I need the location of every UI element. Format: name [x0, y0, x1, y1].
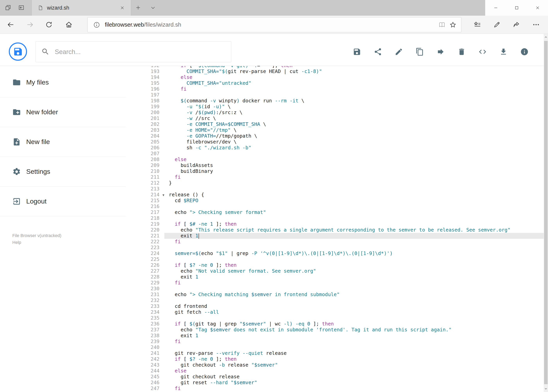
code-line-text: if [ $? -ne 0 ]; then — [164, 262, 544, 268]
code-line-text — [164, 92, 544, 98]
minimize-icon — [494, 6, 498, 10]
code-line: 220 echo "This release script requires a… — [142, 227, 544, 233]
line-number: 234 — [142, 309, 164, 315]
code-line: 207 — [142, 151, 544, 157]
sidebar-item-logout[interactable]: Logout — [0, 187, 126, 216]
code-line-text — [164, 215, 544, 221]
code-line-text: fi — [164, 239, 544, 245]
code-line: 225 — [142, 256, 544, 262]
code-line-text: echo "Tag $semver does not exist in subm… — [164, 327, 544, 333]
share-file-button[interactable] — [374, 48, 382, 56]
scrollbar-thumb[interactable] — [544, 41, 548, 384]
line-number: 205 — [142, 139, 164, 145]
help-link[interactable]: Help — [12, 239, 62, 246]
copy-button[interactable] — [416, 48, 424, 56]
forward-button[interactable] — [24, 16, 36, 34]
reading-view-icon — [438, 21, 446, 29]
code-line-text: git reset --hard "$semver" — [164, 380, 544, 385]
code-line: 201 -w //src \ — [142, 115, 544, 121]
code-line: 216 — [142, 203, 544, 210]
line-number: 195 — [142, 80, 164, 86]
sidebar-item-label: Settings — [26, 168, 50, 175]
folder-icon — [12, 78, 21, 87]
page-scrollbar[interactable] — [544, 34, 548, 392]
code-line: 227 echo "Not valid semver format. See s… — [142, 268, 544, 274]
delete-button[interactable] — [458, 48, 466, 56]
share-button[interactable] — [511, 19, 522, 30]
search-input[interactable] — [54, 42, 227, 62]
code-line: 208 else — [142, 157, 544, 162]
code-line-text: echo "Not valid semver format. See semve… — [164, 268, 544, 274]
line-number: 223 — [142, 245, 164, 251]
scroll-down-button[interactable] — [544, 385, 548, 392]
more-options-button[interactable] — [530, 19, 542, 30]
address-bar[interactable]: filebrowser.web/files/wizard.sh — [87, 17, 461, 32]
code-line: 229 fi — [142, 280, 544, 286]
code-line-text: fi — [164, 339, 544, 344]
rename-button[interactable] — [395, 48, 403, 56]
code-line: 223 — [142, 245, 544, 251]
maximize-button[interactable] — [506, 0, 527, 16]
save-button[interactable] — [353, 48, 361, 56]
minimize-button[interactable] — [485, 0, 506, 16]
restore-tabs-icon — [18, 4, 25, 12]
tab-close-button[interactable] — [118, 4, 126, 12]
set-tabs-aside-button[interactable] — [2, 0, 14, 16]
favorites-hub-button[interactable] — [472, 19, 483, 30]
line-number: 200 — [142, 110, 164, 115]
tab-preview-chevron-button[interactable] — [147, 0, 159, 16]
file-action-toolbar — [353, 38, 529, 66]
code-line: 247 fi — [142, 385, 544, 392]
reading-view-button[interactable] — [437, 19, 447, 30]
app-logo[interactable] — [9, 42, 27, 61]
sidebar-item-label: New file — [26, 138, 50, 146]
new-tab-button[interactable] — [132, 0, 144, 16]
sidebar-item-settings[interactable]: Settings — [0, 157, 126, 187]
code-line-text — [164, 315, 544, 321]
download-button[interactable] — [499, 48, 508, 56]
browser-tab[interactable]: wizard.sh — [32, 0, 131, 16]
search-box — [36, 41, 231, 62]
code-line-text: } — [164, 180, 544, 186]
line-number: 218 — [142, 215, 164, 221]
refresh-icon — [45, 21, 53, 28]
restore-tabs-button[interactable] — [16, 0, 27, 16]
plus-icon — [135, 5, 141, 11]
sidebar-item-new-file[interactable]: New file — [0, 127, 126, 157]
code-line-text: fi — [164, 280, 544, 286]
code-line-text: -w //src \ — [164, 115, 544, 121]
refresh-button[interactable] — [43, 16, 55, 34]
code-line-text: echo "This release script requires a sin… — [164, 227, 544, 233]
code-line: 202 -e COMMIT_SHA=$COMMIT_SHA \ — [142, 121, 544, 127]
code-line: 243 git checkout -b release "$semver" — [142, 362, 544, 368]
home-button[interactable] — [63, 16, 75, 34]
scroll-up-button[interactable] — [544, 34, 548, 41]
info-button[interactable] — [520, 48, 529, 56]
line-number: 192 — [142, 66, 164, 69]
back-button[interactable] — [5, 16, 16, 34]
sidebar-item-label: New folder — [26, 108, 58, 116]
line-number: 216 — [142, 203, 164, 210]
sidebar-item-my-files[interactable]: My files — [0, 68, 126, 97]
line-number: 206 — [142, 145, 164, 151]
site-info-button[interactable] — [91, 19, 102, 30]
url-host: filebrowser.web — [105, 21, 144, 28]
add-favorite-button[interactable] — [447, 19, 458, 30]
chevron-up-icon — [544, 35, 548, 39]
code-line-text: git checkout -b release "$semver" — [164, 362, 544, 368]
code-line-text: git fetch --all — [164, 309, 544, 315]
line-number: 207 — [142, 151, 164, 157]
move-button[interactable] — [437, 48, 445, 56]
code-editor[interactable]: 192 if [ "$(command -v git)" != "" ]; th… — [142, 66, 544, 392]
raw-view-button[interactable] — [478, 48, 487, 56]
annotate-button[interactable] — [491, 19, 503, 30]
code-line: 230 — [142, 286, 544, 292]
code-line: 222 fi — [142, 239, 544, 245]
code-line-text — [164, 151, 544, 157]
line-number: 208 — [142, 157, 164, 162]
sidebar-item-new-folder[interactable]: New folder — [0, 97, 126, 127]
close-button[interactable] — [527, 0, 548, 16]
line-number: 231 — [142, 292, 164, 297]
fold-arrow-icon[interactable]: ▾ — [162, 192, 164, 198]
window-controls — [485, 0, 548, 16]
